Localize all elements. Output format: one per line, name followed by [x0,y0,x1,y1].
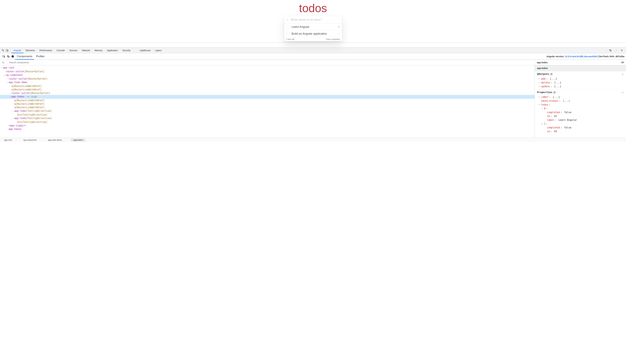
caret-icon[interactable]: ▾ [12,109,14,113]
angular-toolbar: i Components Profiler Angular version: 1… [0,53,626,60]
chevron-up-icon[interactable] [622,72,624,76]
open-external-icon[interactable] [550,72,552,76]
tree-row[interactable]: div[TooltipDirective] [0,113,535,117]
tab-memory[interactable]: Memory [92,48,105,53]
property-row[interactable]: hashListener:(...) [535,99,626,103]
output-row[interactable]: ▸add :{...} [535,77,626,81]
gear-icon[interactable] [6,55,10,58]
property-row[interactable]: ▾1 : [535,122,626,126]
tab-network[interactable]: Network [80,48,92,53]
console-ref: == $ng0 [27,95,37,98]
tab-sources[interactable]: Sources [67,48,79,53]
caret-icon[interactable]: ▾ [7,81,9,84]
app-viewport: todos Learn Angular × Build an Angular a… [0,0,626,47]
tree-row[interactable]: a[RouterLinkWithHref] [0,84,535,88]
crumb-app-root[interactable]: app-root [1,138,14,141]
version-prefix: Angular version: [547,55,565,58]
tree-row[interactable]: router-outlet[RouterOutlet] [0,91,535,95]
todo-checkbox[interactable] [286,25,289,29]
properties-section[interactable]: Properties [535,89,626,95]
tab-security[interactable]: Security [120,48,133,53]
caret-icon[interactable]: ▾ [4,74,6,77]
tab-elements[interactable]: Elements [23,48,37,53]
outputs-label: @Outputs [537,72,549,76]
property-row[interactable]: label:Learn Angular [535,118,626,122]
chevron-down-icon[interactable] [286,18,289,21]
tree-row[interactable]: div[TooltipDirective] [0,120,535,124]
search-icon[interactable] [2,61,6,64]
tree-row[interactable]: router-outlet[RouterOutlet] [0,77,535,81]
crumb-ng-component[interactable]: ng-component [21,138,39,141]
tree-row[interactable]: a[RouterLinkWithHref] [0,88,535,91]
todo-label: Build an Angular application [292,32,338,35]
chevron-up-icon[interactable] [622,91,624,94]
close-icon[interactable] [620,49,624,52]
tab-console[interactable]: Console [54,48,67,53]
todo-input[interactable] [291,18,340,21]
property-row[interactable]: id:43 [535,130,626,133]
devtools-tabbar: Angular Elements Performance Console Sou… [0,48,626,53]
tree-row[interactable]: ▾ng-component [0,73,535,77]
tab-components[interactable]: Components [15,53,34,60]
tree-row[interactable]: router-outlet[RouterOutlet] [0,70,535,73]
info-icon[interactable]: i [10,55,15,58]
device-toggle-icon[interactable] [5,49,9,52]
svg-text:i: i [13,56,13,57]
clear-completed-button[interactable]: Clear completed [326,38,340,40]
devtools-panel: Angular Elements Performance Console Sou… [0,47,626,142]
svg-line-9 [3,63,4,64]
tab-layers[interactable]: Layers [153,48,164,53]
gear-icon[interactable] [609,49,612,52]
code-brackets-icon[interactable]: <> [621,61,624,64]
outputs-section[interactable]: @Outputs [535,71,626,77]
tab-performance[interactable]: Performance [37,48,54,53]
search-input[interactable] [7,60,533,65]
todo-count: 2 item left [286,38,295,40]
todo-checkbox[interactable] [286,32,289,35]
tab-lighthouse[interactable]: Lighthouse [137,48,153,53]
inspect-component-icon[interactable] [1,55,6,58]
todos-title: todos [0,1,626,15]
close-icon[interactable]: × [338,25,340,29]
property-row[interactable]: ▾0 : [535,107,626,110]
inspect-icon[interactable] [1,49,5,52]
crumb-app-todos[interactable]: app-todos [71,138,85,141]
breadcrumb: app-root ng-component app-todo-demo app-… [0,137,626,142]
tree-row[interactable]: <app-zippy/> [0,124,535,127]
tree-row[interactable]: ▾app-root [0,66,535,70]
kebab-menu-icon[interactable]: ⋮ [615,49,618,52]
sha-label: | DevTools SHA: d67c0ba [597,55,625,58]
output-row[interactable]: ▸update :{...} [535,85,626,88]
property-row[interactable]: ▾todos : [535,103,626,107]
property-row[interactable]: ▸cdRef :{...} [535,95,626,99]
property-row[interactable]: id:42 [535,114,626,118]
tree-row[interactable]: a[RouterLinkWithHref] [0,102,535,106]
tab-angular[interactable]: Angular [11,48,23,53]
tree-row[interactable]: ▾app-todo[TooltipDirective] [0,109,535,113]
tree-row[interactable]: app-heavy [0,127,535,131]
todo-footer: 2 item left Clear completed [284,37,342,41]
version-link[interactable]: 12.0.0-next.8+395.sha-eac42e9 [565,55,597,58]
component-tree[interactable]: ▾app-rootrouter-outlet[RouterOutlet]▾ng-… [0,65,535,137]
caret-icon[interactable]: ▾ [9,95,11,99]
output-row[interactable]: ▸delete :{...} [535,81,626,85]
open-external-icon[interactable] [553,91,555,94]
tab-application[interactable]: Application [105,48,120,53]
tree-row[interactable]: ▾app-todo-demo [0,81,535,84]
main-split: ▾app-rootrouter-outlet[RouterOutlet]▾ng-… [0,65,626,137]
property-row[interactable]: completed:false [535,126,626,130]
tree-row[interactable]: a[RouterLinkWithHref] [0,99,535,102]
tree-row[interactable]: a[RouterLinkWithHref] [0,106,535,109]
properties-pane: app-todos @Outputs ▸add :{...}▸delete :{… [535,65,626,137]
caret-icon[interactable]: ▾ [1,66,3,70]
tree-row[interactable]: ▾app-todos== $ng0 [0,95,535,99]
tab-profiler[interactable]: Profiler [34,53,46,60]
crumb-app-todo-demo[interactable]: app-todo-demo [45,138,65,141]
close-icon[interactable]: × [338,32,340,36]
search-row: app-todos <> [0,60,626,65]
properties-label: Properties [537,91,552,94]
tree-row[interactable]: ▾app-todo[TooltipDirective] [0,117,535,120]
todo-input-row [284,16,342,24]
property-row[interactable]: completed:false [535,110,626,114]
caret-icon[interactable]: ▾ [12,117,14,120]
